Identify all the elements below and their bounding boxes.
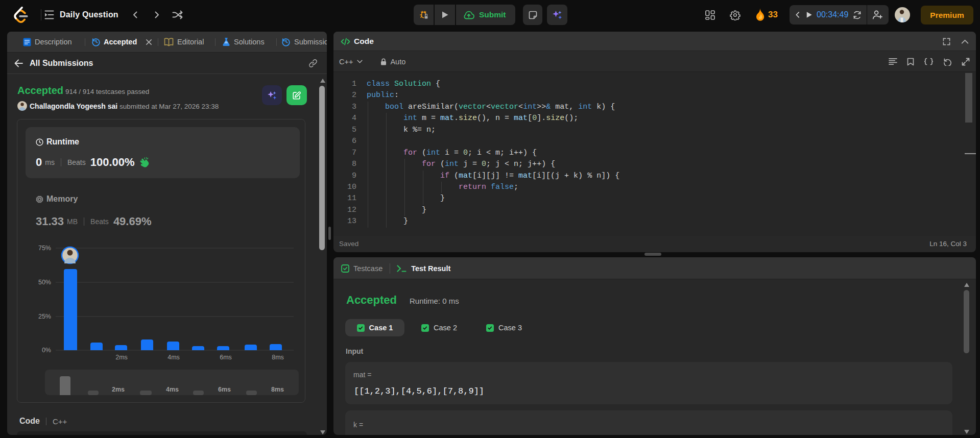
svg-text:6ms: 6ms	[220, 354, 232, 361]
svg-text:8ms: 8ms	[272, 354, 284, 361]
svg-text:0%: 0%	[42, 347, 51, 354]
svg-text:25%: 25%	[38, 313, 51, 320]
svg-text:50%: 50%	[38, 279, 51, 286]
svg-text:4ms: 4ms	[168, 354, 180, 361]
svg-text:2ms: 2ms	[115, 354, 128, 361]
svg-text:75%: 75%	[38, 245, 51, 252]
